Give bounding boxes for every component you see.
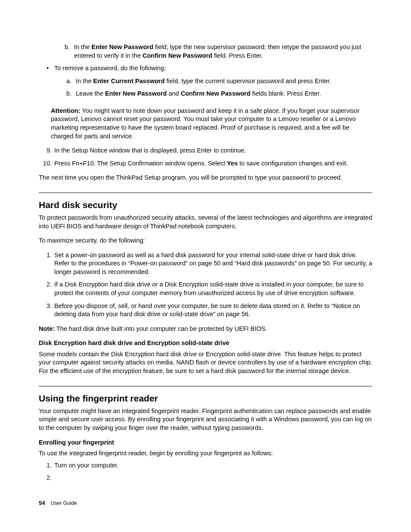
list-marker: 1.: [40, 251, 54, 277]
list-marker: b.: [65, 43, 74, 60]
bullet-item: • To remove a password, do the following…: [47, 64, 372, 103]
list-text: Before you dispose of, sell, or hand ove…: [54, 302, 372, 319]
step-9: 9. In the Setup Notice window that is di…: [40, 146, 372, 155]
list-marker: 2.: [40, 280, 54, 297]
section-divider: [39, 193, 372, 193]
substep-text: In the Enter New Password field, type th…: [74, 43, 372, 60]
numbered-list: 1. Set a power-on password as well as a …: [39, 251, 372, 319]
attention-text: Attention: You might want to note down y…: [51, 107, 372, 140]
footer-title: User Guide: [51, 500, 77, 506]
attention-note: Attention: You might want to note down y…: [39, 107, 372, 140]
list-item: 3. Before you dispose of, sell, or hand …: [40, 302, 372, 319]
list-marker: 3.: [40, 302, 54, 319]
bullet-marker: •: [47, 64, 54, 103]
substep-b: b. Leave the Enter New Password and Conf…: [66, 90, 331, 98]
list-marker: a.: [66, 77, 76, 86]
body-text: Your computer might have an integrated f…: [39, 407, 372, 432]
list-item: 1. Set a power-on password as well as a …: [40, 251, 372, 277]
list-marker: 10.: [40, 159, 54, 168]
note-text: Note: The hard disk drive built into you…: [39, 325, 372, 333]
body-text: To maximize security, do the following:: [39, 236, 372, 245]
document-page: b. In the Enter New Password field, type…: [0, 0, 411, 532]
body-text: The next time you open the ThinkPad Setu…: [39, 174, 372, 182]
list-item: 2. If a Disk Encryption hard disk drive …: [40, 280, 372, 297]
body-text: To use the integrated fingerprint reader…: [39, 449, 372, 458]
list-text: If a Disk Encryption hard disk drive or …: [54, 280, 372, 297]
substep-list: a. In the Enter Current Password field, …: [54, 77, 331, 98]
step-text: Press Fn+F10. The Setup Confirmation win…: [54, 159, 348, 168]
substep-text: Leave the Enter New Password and Confirm…: [76, 90, 321, 98]
list-item: 2.: [40, 474, 372, 482]
subheading-disk-encryption: Disk Encryption hard disk drive and Encr…: [39, 339, 372, 348]
list-marker: b.: [66, 90, 76, 98]
list-marker: 9.: [40, 146, 54, 155]
list-text: Turn on your computer.: [54, 461, 118, 470]
section-divider: [39, 386, 372, 386]
page-number: 54: [39, 500, 45, 506]
body-text: Some models contain the Disk Encryption …: [39, 350, 372, 376]
bullet-list: • To remove a password, do the following…: [39, 64, 372, 103]
substep-b: b. In the Enter New Password field, type…: [65, 43, 372, 60]
numbered-list: 9. In the Setup Notice window that is di…: [39, 146, 372, 168]
list-item: 1. Turn on your computer.: [40, 461, 372, 470]
substep-list: b. In the Enter New Password field, type…: [39, 43, 372, 60]
subheading-enrolling: Enrolling your fingerprint: [39, 439, 372, 447]
list-text: Set a power-on password as well as a har…: [54, 251, 372, 277]
list-marker: 2.: [40, 474, 54, 482]
step-text: In the Setup Notice window that is displ…: [54, 146, 246, 155]
body-text: To protect passwords from unauthorized s…: [39, 214, 372, 230]
bullet-text: To remove a password, do the following:: [54, 64, 331, 73]
list-marker: 1.: [40, 461, 54, 470]
numbered-list: 1. Turn on your computer. 2.: [39, 461, 372, 482]
substep-a: a. In the Enter Current Password field, …: [66, 77, 331, 86]
page-footer: 54 User Guide: [39, 499, 77, 507]
substep-text: In the Enter Current Password field, typ…: [76, 77, 331, 86]
section-heading-hard-disk: Hard disk security: [39, 196, 372, 211]
section-heading-fingerprint: Using the fingerprint reader: [39, 389, 372, 404]
step-10: 10. Press Fn+F10. The Setup Confirmation…: [40, 159, 372, 168]
bullet-content: To remove a password, do the following: …: [54, 64, 331, 103]
